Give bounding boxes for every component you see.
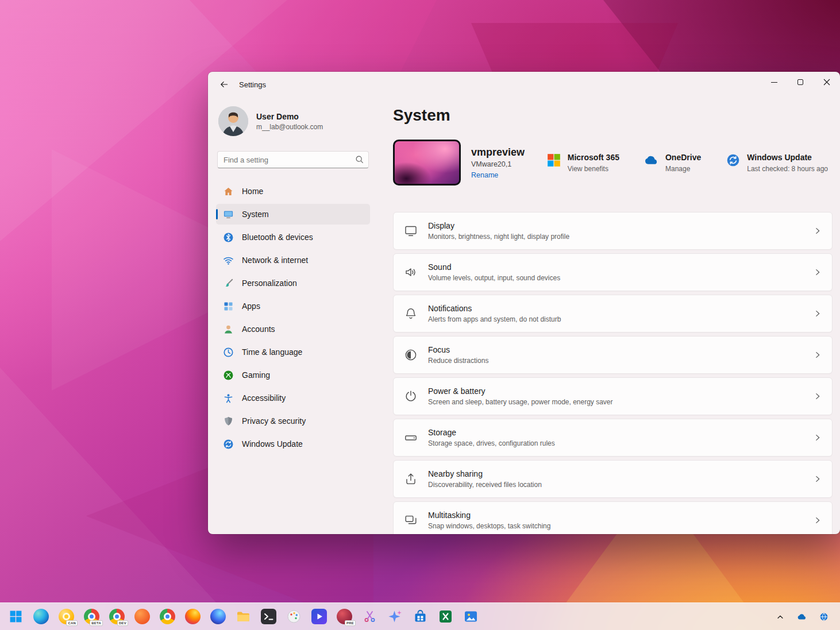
bluetooth-icon	[223, 232, 234, 243]
chevron-up-icon	[776, 613, 784, 621]
chevron-right-icon	[814, 351, 822, 359]
share-icon	[404, 472, 418, 486]
chevron-right-icon	[814, 227, 822, 235]
settings-row-sound[interactable]: Sound Volume levels, output, input, soun…	[393, 253, 833, 291]
chrome-beta-icon[interactable]: BETA	[84, 609, 99, 624]
chrome-icon[interactable]	[160, 609, 175, 624]
snipping-tool-icon[interactable]	[362, 609, 377, 624]
user-name: User Demo	[256, 112, 323, 121]
sidebar-item-home[interactable]: Home	[216, 181, 370, 202]
back-button[interactable]	[214, 75, 234, 94]
paint-icon[interactable]	[286, 609, 302, 624]
microsoft-365-card[interactable]: Microsoft 365 View benefits	[547, 153, 619, 173]
photos-icon[interactable]	[463, 609, 479, 624]
chevron-right-icon	[814, 434, 822, 442]
device-model: VMware20,1	[471, 160, 525, 168]
chevron-right-icon	[814, 392, 822, 400]
device-name: vmpreview	[471, 146, 525, 159]
settings-row-power-battery[interactable]: Power & battery Screen and sleep, batter…	[393, 377, 833, 415]
brave-icon[interactable]	[134, 609, 150, 624]
microsoft-store-icon[interactable]	[413, 609, 428, 624]
sidebar-item-system[interactable]: System	[216, 204, 370, 225]
focus-moon-icon	[404, 348, 418, 362]
xbox-icon	[223, 370, 234, 381]
edge-icon[interactable]	[33, 609, 49, 624]
wifi-icon	[223, 255, 234, 266]
start-button[interactable]	[8, 609, 24, 624]
chevron-right-icon	[814, 310, 822, 318]
display-icon	[404, 224, 418, 238]
search-icon	[355, 155, 364, 164]
sidebar-item-gaming[interactable]: Gaming	[216, 365, 370, 385]
storage-drive-icon	[404, 431, 418, 445]
titlebar: Settings	[208, 72, 840, 97]
network-tray-icon[interactable]	[817, 610, 831, 624]
onedrive-tray-icon[interactable]	[795, 610, 809, 624]
power-icon	[404, 389, 418, 403]
sidebar-nav: Home System Bluetooth & devices	[216, 181, 370, 454]
search-input[interactable]	[217, 151, 369, 168]
hidden-icons-chevron-button[interactable]	[773, 610, 787, 624]
apps-grid-icon	[223, 301, 234, 312]
settings-list: Display Monitors, brightness, night ligh…	[393, 212, 833, 534]
sidebar-item-personalization[interactable]: Personalization	[216, 273, 370, 293]
minimize-button[interactable]	[761, 72, 787, 92]
device-info: vmpreview VMware20,1 Rename	[471, 146, 525, 179]
settings-row-nearby-sharing[interactable]: Nearby sharing Discoverability, received…	[393, 460, 833, 498]
chrome-canary-icon[interactable]: CAN	[59, 609, 74, 624]
bell-icon	[404, 307, 418, 320]
settings-row-display[interactable]: Display Monitors, brightness, night ligh…	[393, 212, 833, 250]
windows-update-card[interactable]: Windows Update Last checked: 8 hours ago	[726, 153, 828, 173]
settings-window: Settings	[208, 72, 840, 534]
close-button[interactable]	[814, 72, 840, 92]
movies-tv-icon[interactable]	[311, 609, 327, 624]
user-email: m__lab@outlook.com	[256, 123, 323, 131]
taskbar: CAN BETA DEV PRE	[0, 602, 840, 630]
sidebar-item-accessibility[interactable]: Accessibility	[216, 388, 370, 408]
back-arrow-icon	[219, 80, 229, 89]
sidebar-item-bluetooth-devices[interactable]: Bluetooth & devices	[216, 227, 370, 248]
user-account-block[interactable]: User Demo m__lab@outlook.com	[216, 104, 370, 144]
user-info: User Demo m__lab@outlook.com	[256, 112, 323, 131]
sidebar-item-apps[interactable]: Apps	[216, 296, 370, 316]
copilot-icon[interactable]	[387, 609, 403, 624]
chrome-dev-icon[interactable]: DEV	[109, 609, 125, 624]
terminal-icon[interactable]	[261, 609, 276, 624]
microsoft-365-icon	[547, 153, 561, 167]
onedrive-card[interactable]: OneDrive Manage	[645, 153, 701, 173]
maximize-icon	[797, 79, 803, 85]
clock-icon	[223, 347, 234, 358]
sidebar-item-accounts[interactable]: Accounts	[216, 319, 370, 339]
settings-row-multitasking[interactable]: Multitasking Snap windows, desktops, tas…	[393, 501, 833, 534]
settings-row-storage[interactable]: Storage Storage space, drives, configura…	[393, 419, 833, 457]
rename-link[interactable]: Rename	[471, 171, 525, 179]
device-preview-thumbnail	[393, 140, 461, 185]
sidebar-item-windows-update[interactable]: Windows Update	[216, 434, 370, 454]
maximize-button[interactable]	[787, 72, 814, 92]
paintbrush-icon	[223, 278, 234, 289]
excel-icon[interactable]	[438, 609, 453, 624]
preview-app-icon[interactable]: PRE	[337, 609, 352, 624]
sidebar-item-network-internet[interactable]: Network & internet	[216, 250, 370, 270]
firefox-icon[interactable]	[185, 609, 201, 624]
close-icon	[823, 79, 830, 86]
shield-icon	[223, 416, 234, 427]
page-title: System	[393, 105, 833, 126]
file-explorer-icon[interactable]	[236, 609, 251, 624]
search-box	[217, 151, 369, 168]
window-title: Settings	[239, 80, 266, 89]
firefox-nightly-icon[interactable]	[210, 609, 226, 624]
chevron-right-icon	[814, 516, 822, 524]
system-icon	[223, 209, 234, 220]
chevron-right-icon	[814, 268, 822, 276]
settings-row-focus[interactable]: Focus Reduce distractions	[393, 336, 833, 374]
window-controls	[761, 72, 840, 92]
home-icon	[223, 186, 234, 197]
avatar	[218, 106, 248, 136]
settings-row-notifications[interactable]: Notifications Alerts from apps and syste…	[393, 295, 833, 333]
settings-main-panel: System vmpreview VMware20,1 Rename Micro…	[378, 97, 840, 534]
person-icon	[223, 324, 234, 335]
sidebar-item-time-language[interactable]: Time & language	[216, 342, 370, 362]
sidebar-item-privacy-security[interactable]: Privacy & security	[216, 411, 370, 431]
sound-icon	[404, 265, 418, 279]
